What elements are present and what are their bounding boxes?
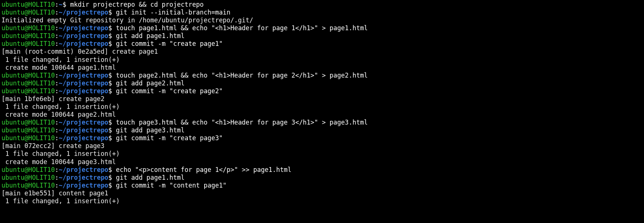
prompt-dollar: $ (108, 182, 112, 189)
prompt-dollar: $ (108, 40, 112, 47)
output-text: [main e1be551] content page1 (1, 189, 108, 197)
terminal-line: create mode 100644 page2.html (1, 111, 643, 119)
command-text: mkdir projectrepo && cd projectrepo (70, 1, 203, 8)
terminal-line: create mode 100644 page3.html (1, 158, 643, 166)
terminal-line: ubuntu@HOLIT10:~/projectrepo$ touch page… (1, 72, 643, 79)
terminal-line: 1 file changed, 1 insertion(+) (1, 197, 643, 205)
command-text: git add page1.html (116, 32, 184, 40)
terminal-line: ubuntu@HOLIT10:~/projectrepo$ git commit… (1, 182, 643, 189)
prompt-dollar: $ (108, 79, 112, 87)
prompt-colon: : (55, 182, 59, 189)
prompt-dollar: $ (108, 72, 112, 79)
terminal-line: ubuntu@HOLIT10:~/projectrepo$ touch page… (1, 24, 643, 32)
prompt-colon: : (55, 24, 59, 32)
terminal-line: [main (root-commit) 0e2a5ed] create page… (1, 48, 643, 56)
prompt-user: ubuntu@HOLIT10 (1, 119, 55, 126)
output-text: [main (root-commit) 0e2a5ed] create page… (1, 48, 158, 55)
prompt-colon: : (55, 119, 59, 126)
prompt-user: ubuntu@HOLIT10 (1, 40, 55, 47)
terminal-line: ubuntu@HOLIT10:~/projectrepo$ git commit… (1, 40, 643, 48)
prompt-dollar: $ (108, 24, 112, 32)
command-text: touch page2.html && echo "<h1>Header for… (116, 72, 368, 79)
terminal-line: 1 file changed, 1 insertion(+) (1, 150, 643, 158)
command-text: git init --initial-branch=main (116, 9, 230, 16)
prompt-colon: : (55, 9, 59, 16)
prompt-user: ubuntu@HOLIT10 (1, 87, 55, 95)
output-text: create mode 100644 page3.html (1, 158, 116, 166)
prompt-colon: : (55, 1, 59, 8)
prompt-dollar: $ (108, 87, 112, 95)
prompt-dollar: $ (108, 9, 112, 16)
prompt-user: ubuntu@HOLIT10 (1, 9, 55, 16)
prompt-colon: : (55, 72, 59, 79)
output-text: [main 072ecc2] create page3 (1, 142, 104, 150)
terminal-line: [main 072ecc2] create page3 (1, 142, 643, 150)
output-text: Initialized empty Git repository in /hom… (1, 16, 253, 24)
output-text: create mode 100644 page1.html (1, 64, 116, 71)
prompt-colon: : (55, 166, 59, 173)
prompt-dollar: $ (108, 119, 112, 126)
terminal-line: ubuntu@HOLIT10:~/projectrepo$ git add pa… (1, 32, 643, 40)
prompt-colon: : (55, 174, 59, 181)
terminal-line: ubuntu@HOLIT10:~/projectrepo$ echo "<p>c… (1, 166, 643, 174)
command-text: touch page3.html && echo "<h1>Header for… (116, 119, 368, 126)
terminal-line: ubuntu@HOLIT10:~/projectrepo$ git commit… (1, 87, 643, 95)
prompt-user: ubuntu@HOLIT10 (1, 174, 55, 181)
command-text: git commit -m "content page1" (116, 182, 227, 189)
output-text: 1 file changed, 1 insertion(+) (1, 150, 120, 157)
prompt-user: ubuntu@HOLIT10 (1, 166, 55, 173)
prompt-user: ubuntu@HOLIT10 (1, 79, 55, 87)
command-text: git add page1.html (116, 174, 184, 181)
prompt-path: ~/projectrepo (59, 32, 108, 40)
prompt-path: ~/projectrepo (59, 134, 108, 142)
prompt-colon: : (55, 32, 59, 40)
prompt-user: ubuntu@HOLIT10 (1, 182, 55, 189)
terminal-line: ubuntu@HOLIT10:~/projectrepo$ git add pa… (1, 174, 643, 182)
prompt-path: ~/projectrepo (59, 174, 108, 181)
prompt-path: ~/projectrepo (59, 119, 108, 126)
prompt-user: ubuntu@HOLIT10 (1, 72, 55, 79)
terminal-line: Initialized empty Git repository in /hom… (1, 16, 643, 24)
prompt-user: ubuntu@HOLIT10 (1, 126, 55, 134)
prompt-colon: : (55, 134, 59, 142)
command-text: touch page1.html && echo "<h1>Header for… (116, 24, 368, 32)
terminal-line: 1 file changed, 1 insertion(+) (1, 103, 643, 111)
command-text: git add page3.html (116, 126, 184, 134)
output-text: create mode 100644 page2.html (1, 111, 116, 118)
prompt-path: ~/projectrepo (59, 79, 108, 87)
terminal-output[interactable]: ubuntu@HOLIT10:~$ mkdir projectrepo && c… (0, 0, 644, 206)
prompt-colon: : (55, 40, 59, 47)
output-text: 1 file changed, 1 insertion(+) (1, 103, 120, 110)
prompt-path: ~/projectrepo (59, 72, 108, 79)
prompt-path: ~ (59, 1, 63, 8)
prompt-path: ~/projectrepo (59, 24, 108, 32)
prompt-dollar: $ (108, 134, 112, 142)
prompt-colon: : (55, 126, 59, 134)
command-text: git add page2.html (116, 79, 184, 87)
command-text: git commit -m "create page3" (116, 134, 223, 142)
prompt-path: ~/projectrepo (59, 166, 108, 173)
prompt-path: ~/projectrepo (59, 9, 108, 16)
prompt-colon: : (55, 87, 59, 95)
prompt-dollar: $ (108, 126, 112, 134)
terminal-line: [main 1bfe6eb] create page2 (1, 95, 643, 103)
command-text: echo "<p>content for page 1</p>" >> page… (116, 166, 291, 173)
terminal-line: 1 file changed, 1 insertion(+) (1, 56, 643, 64)
terminal-line: ubuntu@HOLIT10:~$ mkdir projectrepo && c… (1, 1, 643, 9)
terminal-line: create mode 100644 page1.html (1, 64, 643, 72)
terminal-line: ubuntu@HOLIT10:~/projectrepo$ git commit… (1, 134, 643, 142)
prompt-path: ~/projectrepo (59, 40, 108, 47)
prompt-colon: : (55, 79, 59, 87)
terminal-line: ubuntu@HOLIT10:~/projectrepo$ git init -… (1, 9, 643, 16)
terminal-line: ubuntu@HOLIT10:~/projectrepo$ git add pa… (1, 79, 643, 87)
prompt-path: ~/projectrepo (59, 126, 108, 134)
prompt-user: ubuntu@HOLIT10 (1, 24, 55, 32)
prompt-user: ubuntu@HOLIT10 (1, 32, 55, 40)
terminal-line: [main e1be551] content page1 (1, 189, 643, 197)
output-text: [main 1bfe6eb] create page2 (1, 95, 104, 103)
output-text: 1 file changed, 1 insertion(+) (1, 56, 120, 63)
terminal-line: ubuntu@HOLIT10:~/projectrepo$ touch page… (1, 119, 643, 126)
command-text: git commit -m "create page2" (116, 87, 223, 95)
command-text: git commit -m "create page1" (116, 40, 223, 47)
output-text: 1 file changed, 1 insertion(+) (1, 197, 120, 205)
